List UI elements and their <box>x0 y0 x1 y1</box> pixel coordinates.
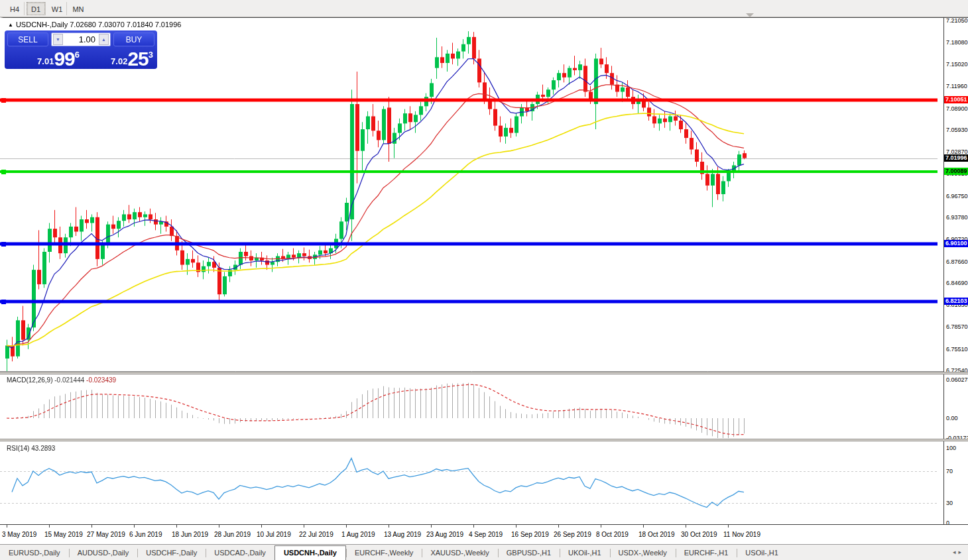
price-axis-tick: 7.11960 <box>946 83 967 89</box>
trading-platform-window: H4D1W1MN ▲USDCNH-,Daily 7.02680 7.03070 … <box>0 0 968 560</box>
volume-value[interactable]: 1.00 <box>79 34 95 44</box>
date-axis-label: 15 May 2019 <box>44 531 83 538</box>
sell-button[interactable]: SELL <box>7 32 48 46</box>
price-level-badge: 7.01996 <box>944 154 968 162</box>
chart-tab-bar: EURUSD-,DailyAUDUSD-,DailyUSDCHF-,DailyU… <box>0 544 968 560</box>
price-axis[interactable]: 7.210507.180807.150207.119607.089007.059… <box>943 18 968 524</box>
date-axis-label: 10 Jul 2019 <box>257 531 291 538</box>
macd-main-value: -0.021444 <box>54 376 84 384</box>
volume-increase-icon[interactable]: ▲ <box>99 34 109 45</box>
buy-price-small: 7.02 <box>111 56 127 66</box>
date-axis-tick <box>431 525 432 528</box>
timeframe-button-w1[interactable]: W1 <box>48 2 66 15</box>
date-axis-tick <box>686 525 686 528</box>
date-axis-tick <box>219 525 219 528</box>
buy-button[interactable]: BUY <box>113 32 154 46</box>
price-chart-canvas[interactable] <box>0 18 943 524</box>
one-click-trade-panel: SELL ▼ 1.00 ▲ BUY 7.01996 7.02253 <box>5 30 157 69</box>
price-axis-tick: 6.78570 <box>946 323 968 330</box>
chart-tab-eurchf-h1[interactable]: EURCHF-,H1 <box>676 546 737 560</box>
price-axis-tick: 7.05930 <box>946 127 968 133</box>
date-axis-tick <box>261 525 262 528</box>
price-axis-tick: 6.96750 <box>946 193 968 199</box>
price-level-badge: 7.10051 <box>944 96 968 103</box>
date-axis-label: 3 May 2019 <box>2 531 36 538</box>
chart-tab-eurusd-daily[interactable]: EURUSD-,Daily <box>0 546 69 560</box>
rsi-axis-tick: 100 <box>946 445 956 451</box>
price-axis-tick: 6.93780 <box>946 214 968 221</box>
symbol-marker-icon: ▲ <box>8 22 13 28</box>
chart-tab-gbpusd-h1[interactable]: GBPUSD-,H1 <box>498 546 560 560</box>
panel-separator[interactable] <box>0 439 968 441</box>
date-axis[interactable]: 3 May 201915 May 201927 May 20196 Jun 20… <box>0 524 968 544</box>
chart-tab-usdx-weekly[interactable]: USDX-,Weekly <box>610 546 676 560</box>
date-axis-tick <box>516 525 516 528</box>
buy-price-display[interactable]: 7.02253 <box>83 48 157 68</box>
price-axis-tick: 6.75510 <box>946 346 968 353</box>
date-axis-label: 4 Sep 2019 <box>469 531 503 538</box>
date-axis-tick <box>91 525 92 528</box>
toolbar-separator <box>66 2 67 15</box>
chart-tab-xauusd-weekly[interactable]: XAUUSD-,Weekly <box>422 546 497 560</box>
volume-decrease-icon[interactable]: ▼ <box>53 34 63 45</box>
toolbar-separator <box>45 2 46 15</box>
price-axis-tick: 6.84690 <box>946 280 968 286</box>
rsi-axis-tick: 30 <box>946 500 953 506</box>
volume-input[interactable]: ▼ 1.00 ▲ <box>51 32 111 46</box>
date-axis-label: 1 Aug 2019 <box>341 531 375 538</box>
rsi-name: RSI(14) <box>7 445 29 452</box>
date-axis-label: 16 Sep 2019 <box>511 531 549 538</box>
chart-tab-audusd-daily[interactable]: AUDUSD-,Daily <box>69 546 138 560</box>
macd-signal-value: -0.023439 <box>86 376 116 384</box>
date-axis-tick <box>7 525 7 528</box>
date-axis-label: 11 Nov 2019 <box>723 531 760 538</box>
macd-axis-tick: 0.00 <box>946 415 958 421</box>
date-axis-label: 13 Aug 2019 <box>384 531 421 538</box>
chart-tab-usdcad-daily[interactable]: USDCAD-,Daily <box>206 546 274 560</box>
date-axis-tick <box>49 525 50 528</box>
sell-price-display[interactable]: 7.01996 <box>7 48 81 68</box>
date-axis-label: 18 Jun 2019 <box>172 531 208 538</box>
timeframe-button-d1[interactable]: D1 <box>27 2 45 15</box>
price-axis-tick: 6.87660 <box>946 258 968 265</box>
chart-tab-usoil-h1[interactable]: USOil-,H1 <box>737 546 787 560</box>
price-axis-tick: 7.21050 <box>946 17 968 24</box>
date-axis-label: 6 Jun 2019 <box>129 531 162 538</box>
price-level-badge: 6.90100 <box>944 240 968 247</box>
tab-scroll-arrows[interactable]: ◂▸ <box>953 549 964 555</box>
date-axis-tick <box>601 525 601 528</box>
date-axis-label: 27 May 2019 <box>87 531 125 538</box>
sell-price-small: 7.01 <box>37 56 54 66</box>
timeframe-button-mn[interactable]: MN <box>69 2 88 15</box>
date-axis-label: 30 Oct 2019 <box>681 531 717 538</box>
date-axis-label: 8 Oct 2019 <box>596 531 629 538</box>
date-axis-label: 18 Oct 2019 <box>638 531 674 538</box>
date-axis-label: 22 Jul 2019 <box>299 531 333 538</box>
date-axis-tick <box>176 525 177 528</box>
sell-price-sup: 6 <box>75 50 80 60</box>
price-axis-tick: 7.18080 <box>946 39 968 46</box>
buy-price-big: 25 <box>127 48 148 70</box>
chart-symbol-label: USDCNH-,Daily <box>16 21 68 28</box>
chart-tab-eurchf-weekly[interactable]: EURCHF-,Weekly <box>346 546 422 560</box>
price-level-badge: 7.00089 <box>944 168 968 175</box>
chart-title: ▲USDCNH-,Daily 7.02680 7.03070 7.01840 7… <box>8 21 181 28</box>
date-axis-tick <box>558 525 559 528</box>
date-axis-tick <box>473 525 474 528</box>
toolbar-separator <box>24 2 25 15</box>
tab-scroll-right-icon[interactable]: ▸ <box>958 549 964 555</box>
rsi-value: 43.2893 <box>31 445 55 452</box>
sell-price-big: 99 <box>54 48 74 70</box>
date-axis-tick <box>389 525 389 528</box>
price-level-badge: 6.82103 <box>944 298 968 305</box>
date-axis-label: 26 Sep 2019 <box>554 531 591 538</box>
panel-separator[interactable] <box>0 372 968 374</box>
chart-tab-usdchf-daily[interactable]: USDCHF-,Daily <box>137 546 206 560</box>
timeframe-button-h4[interactable]: H4 <box>5 2 24 15</box>
chart-tab-usdcnh-daily[interactable]: USDCNH-,Daily <box>274 545 346 560</box>
macd-axis-tick: 0.060273 <box>946 376 968 383</box>
chart-ohlc-values: 7.02680 7.03070 7.01840 7.01996 <box>70 21 181 28</box>
buy-price-sup: 3 <box>149 50 153 60</box>
date-axis-label: 23 Aug 2019 <box>426 531 463 538</box>
chart-tab-ukoil-h1[interactable]: UKOil-,H1 <box>560 546 610 560</box>
